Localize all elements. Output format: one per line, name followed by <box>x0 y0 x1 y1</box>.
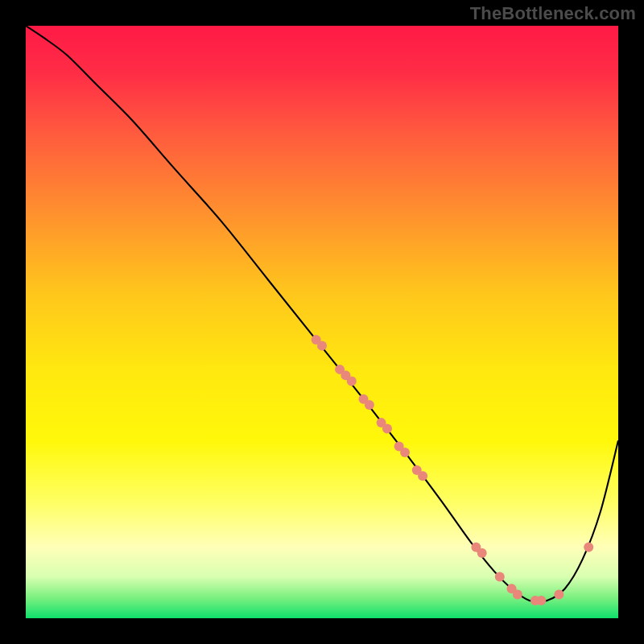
watermark-text: TheBottleneck.com <box>470 3 636 24</box>
scatter-point <box>536 596 546 605</box>
scatter-point <box>477 548 487 558</box>
scatter-point <box>317 341 327 350</box>
scatter-point <box>584 543 593 552</box>
scatter-point <box>495 572 505 581</box>
scatter-point <box>382 423 392 433</box>
scatter-point <box>400 448 410 457</box>
scatter-point <box>513 590 522 600</box>
chart-svg <box>26 26 618 618</box>
chart-container: TheBottleneck.com <box>0 0 644 644</box>
scatter-point <box>347 377 357 386</box>
plot-area <box>26 26 618 618</box>
scatter-point <box>554 590 564 600</box>
gradient-background <box>26 26 618 618</box>
scatter-point <box>365 400 374 410</box>
scatter-point <box>418 471 427 481</box>
